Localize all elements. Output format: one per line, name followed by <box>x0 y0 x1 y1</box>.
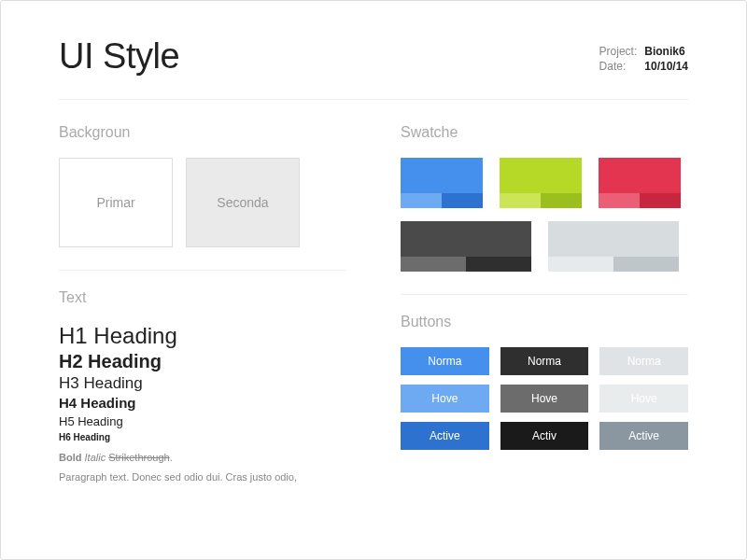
header: UI Style Project: Bionik6 Date: 10/10/14 <box>59 36 688 100</box>
backgrounds-title: Backgroun <box>59 124 346 141</box>
swatch-row-2 <box>401 221 688 272</box>
swatch-red <box>599 158 681 208</box>
h6-sample: H6 Heading <box>59 432 346 442</box>
left-column: Backgroun Primar Seconda Text H1 Heading… <box>59 124 346 484</box>
date-value: 10/10/14 <box>644 59 688 74</box>
swatch-row-1 <box>401 158 688 208</box>
bold-sample: Bold <box>59 452 81 463</box>
button-row-hover: Hove Hove Hove <box>401 385 688 413</box>
button-row-active: Active Activ Active <box>401 422 688 450</box>
dot: . <box>170 452 173 463</box>
button-dark-normal[interactable]: Norma <box>500 347 589 375</box>
page-title: UI Style <box>59 36 179 77</box>
button-primary-active[interactable]: Active <box>401 422 489 450</box>
button-dark-hover[interactable]: Hove <box>500 385 589 413</box>
project-label: Project: <box>599 44 638 59</box>
button-primary-normal[interactable]: Norma <box>401 347 489 375</box>
buttons-title: Buttons <box>401 314 688 330</box>
background-primary: Primar <box>59 158 173 247</box>
button-light-hover[interactable]: Hove <box>599 385 688 413</box>
background-primary-label: Primar <box>96 195 134 210</box>
background-secondary: Seconda <box>186 158 300 247</box>
italic-sample: Italic <box>85 452 106 463</box>
project-value: Bionik6 <box>644 44 688 59</box>
swatch-blue <box>401 158 483 208</box>
text-title: Text <box>59 289 346 306</box>
date-label: Date: <box>599 59 638 74</box>
text-decorations: Bold Italic Strikethrough. <box>59 452 346 463</box>
button-primary-hover[interactable]: Hove <box>401 385 489 413</box>
h3-sample: H3 Heading <box>59 374 346 393</box>
h5-sample: H5 Heading <box>59 414 346 428</box>
h2-sample: H2 Heading <box>59 351 346 372</box>
h1-sample: H1 Heading <box>59 323 346 349</box>
button-row-normal: Norma Norma Norma <box>401 347 688 375</box>
background-secondary-label: Seconda <box>217 195 268 210</box>
h4-sample: H4 Heading <box>59 395 346 411</box>
meta-block: Project: Bionik6 Date: 10/10/14 <box>599 36 688 74</box>
swatches-title: Swatche <box>401 124 688 141</box>
strike-sample: Strikethrough <box>108 452 169 463</box>
swatch-dark <box>401 221 531 272</box>
paragraph-sample: Paragraph text. Donec sed odio dui. Cras… <box>59 470 346 484</box>
divider <box>401 294 688 295</box>
swatch-light <box>548 221 679 272</box>
right-column: Swatche <box>401 124 688 484</box>
button-dark-active[interactable]: Activ <box>500 422 589 450</box>
button-light-active[interactable]: Active <box>599 422 688 450</box>
swatch-lime <box>500 158 582 208</box>
button-light-normal[interactable]: Norma <box>599 347 688 375</box>
divider <box>59 270 346 271</box>
